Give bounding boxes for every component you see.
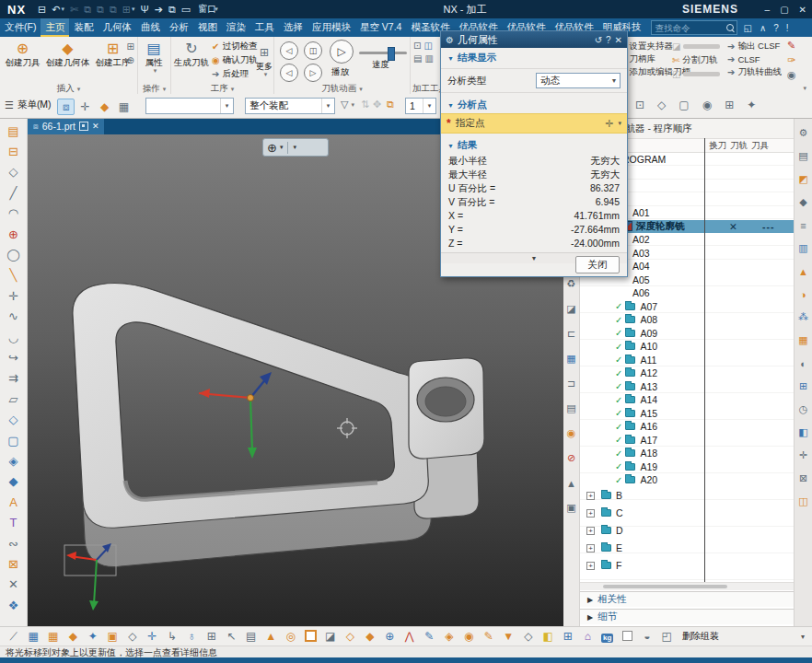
menu-button[interactable]: ☰ 菜单(M) ▾ xyxy=(5,99,61,111)
bottom-tool-icon[interactable]: ▣ xyxy=(103,631,123,642)
tool-icon[interactable]: ∾ xyxy=(0,533,27,553)
tabrow-icon[interactable]: ! xyxy=(786,23,789,33)
quick-access-icon[interactable]: ▾ xyxy=(132,6,135,13)
tool-icon[interactable]: ↪ xyxy=(0,347,27,367)
section-result-display[interactable]: ▼结果显示 xyxy=(441,48,627,66)
tool-icon[interactable]: ❖ xyxy=(0,595,27,615)
cam-tool-icon[interactable]: ⊘ xyxy=(567,446,575,471)
point-picker-icon[interactable]: ✛ xyxy=(605,118,613,130)
analysis-type-combo[interactable]: 动态 ▼ xyxy=(536,73,621,88)
expander-icon[interactable]: + xyxy=(586,544,595,552)
bottom-tool-icon[interactable]: kg xyxy=(597,631,618,643)
bottom-tool-icon[interactable]: ▦ xyxy=(43,631,64,642)
quick-access-icon[interactable]: ⧉ xyxy=(97,4,104,16)
quick-access-icon[interactable]: ▾ xyxy=(62,6,65,13)
specify-point-row[interactable]: * 指定点 ✛ ▾ xyxy=(441,113,627,134)
ribbon-tab[interactable]: 曲线 xyxy=(136,18,165,37)
dialog-launcher-icon[interactable]: ▾ xyxy=(803,85,806,92)
expander-icon[interactable]: + xyxy=(586,562,595,570)
dialog-header[interactable]: ⚙ 几何属性 ↺ ? ✕ xyxy=(441,31,627,48)
scrollbar-thumb[interactable] xyxy=(603,585,727,588)
table-row[interactable]: +✓A19 xyxy=(580,460,794,474)
tool-icon[interactable]: ╲ xyxy=(0,265,27,285)
stack-icon[interactable]: ✑ xyxy=(787,54,796,66)
table-row[interactable]: +✓A14 xyxy=(580,393,794,407)
resource-icon[interactable]: ⁂ xyxy=(795,306,812,329)
table-row[interactable]: +✓A13 xyxy=(580,380,794,394)
view-icon[interactable]: ✦ xyxy=(747,99,756,111)
ribbon-tab[interactable]: 选择 xyxy=(279,18,307,37)
point-caret-icon[interactable]: ▾ xyxy=(618,120,621,127)
search-input[interactable] xyxy=(655,23,726,33)
quick-access-icon[interactable]: ➔ xyxy=(155,4,163,16)
quick-access-icon[interactable]: ⧉ xyxy=(84,4,91,16)
bottom-tool-icon[interactable] xyxy=(618,631,638,643)
tab-close-icon[interactable]: ✕ xyxy=(92,122,99,131)
mini-tool-icon[interactable]: ◫ xyxy=(423,41,432,51)
count-combo[interactable]: 1▾ xyxy=(405,98,436,114)
ribbon-tab[interactable]: 视图 xyxy=(193,18,222,37)
tool-icon[interactable]: ∿ xyxy=(0,307,27,327)
resource-icon[interactable]: ≡ xyxy=(795,214,812,237)
table-row[interactable]: +✓A12 xyxy=(580,366,794,380)
resource-icon[interactable]: ◩ xyxy=(795,168,812,191)
bottom-tool-icon[interactable]: ♁ xyxy=(182,631,203,642)
mini-create-icon[interactable]: ⊞ xyxy=(127,41,134,52)
bottom-tool-icon[interactable]: ◇ xyxy=(341,631,361,642)
tool-icon[interactable]: ◯ xyxy=(0,244,27,264)
table-row[interactable]: +✓A16 xyxy=(580,420,794,434)
speed-slider[interactable] xyxy=(359,52,407,54)
bottom-tool-icon[interactable]: ⊞ xyxy=(558,631,578,642)
close-button[interactable]: ✕ xyxy=(799,5,806,15)
mini-tool-icon[interactable]: ▤ xyxy=(413,53,422,64)
ribbon-tab[interactable]: 装配 xyxy=(69,18,98,37)
reset-icon[interactable]: ↺ xyxy=(595,35,602,45)
table-row[interactable]: +✓A08 xyxy=(580,313,794,327)
table-row[interactable]: +✓A11 xyxy=(580,354,794,367)
ribbon-tab[interactable]: 分析 xyxy=(165,18,193,37)
cam-tool-icon[interactable]: ◪ xyxy=(566,297,575,321)
tool-icon[interactable]: ⊟ xyxy=(0,141,27,161)
bottom-tool-icon[interactable]: ◈ xyxy=(439,631,459,642)
tabrow-icon[interactable]: ◱ xyxy=(743,23,751,33)
bottom-tool-icon[interactable]: ◆ xyxy=(360,631,380,642)
resource-icon[interactable]: ◆ xyxy=(795,191,812,214)
delete-assembly-button[interactable]: 删除组装 xyxy=(682,630,719,643)
tool-item[interactable]: ➔输出 CLSF xyxy=(727,40,782,52)
cube-stack-icon[interactable]: ⧉ xyxy=(387,99,394,110)
view-icon[interactable]: ◉ xyxy=(702,99,712,111)
ribbon-tab[interactable]: 星空 V7.4 xyxy=(355,18,407,37)
group-caret-icon[interactable]: ▾ xyxy=(163,86,167,92)
quick-access-icon[interactable]: Ψ xyxy=(141,4,149,15)
ribbon-tab[interactable]: 工具 xyxy=(250,18,279,37)
resource-icon[interactable]: ▤ xyxy=(795,145,812,168)
cam-tool-icon[interactable]: ▲ xyxy=(566,471,576,495)
view-icon[interactable]: ◇ xyxy=(657,99,666,111)
bottom-tool-icon[interactable]: ▦ xyxy=(24,631,44,642)
generate-toolpath-button[interactable]: ↻ 生成刀轨 xyxy=(173,39,210,67)
table-row[interactable]: +✓A17 xyxy=(580,434,794,448)
bottom-tool-icon[interactable]: ⊕ xyxy=(380,631,400,642)
table-row[interactable]: +✓A07 xyxy=(580,300,794,314)
mini-create-icon2[interactable]: ⊕ xyxy=(127,55,134,65)
selection-icon[interactable]: ▦ xyxy=(115,99,133,115)
bottom-tool-icon[interactable]: ◒ xyxy=(637,631,657,642)
tool-icon[interactable]: A xyxy=(0,492,27,512)
quick-access-icon[interactable]: ▭ xyxy=(181,4,191,16)
view-icon[interactable]: ⊞ xyxy=(725,99,734,111)
step-back-button[interactable]: ◁ xyxy=(280,41,298,60)
properties-button[interactable]: ▤ 属性 ▾ xyxy=(138,39,169,75)
create-button[interactable]: ◆创建几何体 xyxy=(45,39,90,67)
group-caret-icon[interactable]: ▾ xyxy=(359,86,363,92)
window-menu[interactable]: 窗口 xyxy=(198,3,216,16)
group-caret-icon[interactable]: ▾ xyxy=(77,86,81,92)
filter-icon[interactable]: ▽▾ xyxy=(341,99,354,110)
bottom-tool-icon[interactable]: ↖ xyxy=(222,631,242,642)
tool-icon[interactable]: ⇉ xyxy=(0,368,27,389)
table-row[interactable]: +✓A20 xyxy=(580,473,794,487)
bottom-tool-icon[interactable]: ◇ xyxy=(518,631,539,642)
bottom-tool-icon[interactable]: ▤ xyxy=(241,631,261,642)
bottom-tool-icon[interactable]: ◉ xyxy=(459,631,480,642)
bottom-tool-icon[interactable]: ✛ xyxy=(143,631,163,642)
tool-icon[interactable]: ◠ xyxy=(0,204,27,224)
